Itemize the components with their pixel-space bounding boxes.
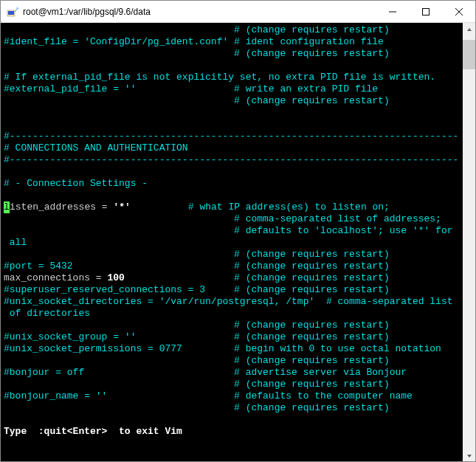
maximize-button[interactable] <box>409 1 442 22</box>
terminal-line <box>4 60 460 72</box>
window-title: root@vm1:/var/lib/pgsql/9.6/data <box>23 7 376 17</box>
terminal-line: # (change requires restart) <box>4 24 460 36</box>
scrollbar-thumb[interactable] <box>463 40 475 69</box>
terminal-line: # (change requires restart) <box>4 379 460 390</box>
terminal-line: # - Connection Settings - <box>4 178 460 190</box>
terminal-line: #unix_socket_permissions = 0777 # begin … <box>4 343 460 355</box>
svg-rect-1 <box>8 11 14 15</box>
terminal-line: all <box>4 237 460 249</box>
terminal-line <box>4 166 460 178</box>
terminal-line: # (change requires restart) <box>4 48 460 60</box>
terminal-line: # CONNECTIONS AND AUTHENTICATION <box>4 142 460 154</box>
window-titlebar: root@vm1:/var/lib/pgsql/9.6/data <box>1 1 475 23</box>
scrollbar-track[interactable] <box>463 35 475 449</box>
minimize-button[interactable] <box>376 1 409 22</box>
scroll-down-button[interactable] <box>463 449 475 462</box>
terminal-line <box>4 107 460 119</box>
terminal-line: #bonjour_name = '' # defaults to the com… <box>4 390 460 402</box>
terminal-line: #external_pid_file = '' # write an extra… <box>4 83 460 95</box>
text-cursor: l <box>4 201 10 213</box>
terminal-line: # (change requires restart) <box>4 249 460 261</box>
terminal-line: #unix_socket_directories = '/var/run/pos… <box>4 296 460 308</box>
terminal-line: #ident_file = 'ConfigDir/pg_ident.conf' … <box>4 36 460 48</box>
terminal-line: # (change requires restart) <box>4 355 460 367</box>
vertical-scrollbar[interactable] <box>463 23 475 462</box>
putty-icon <box>7 6 18 18</box>
terminal-area[interactable]: # (change requires restart)#ident_file =… <box>1 23 475 462</box>
close-button[interactable] <box>442 1 475 22</box>
terminal-line: of directories <box>4 308 460 320</box>
window-controls <box>376 1 475 22</box>
terminal-line: listen_addresses = '*' # what IP address… <box>4 201 460 213</box>
terminal-line: #superuser_reserved_connections = 3 # (c… <box>4 284 460 296</box>
scroll-up-button[interactable] <box>463 23 475 35</box>
terminal-line: # (change requires restart) <box>4 402 460 414</box>
terminal-line <box>4 414 460 426</box>
terminal-content[interactable]: # (change requires restart)#ident_file =… <box>1 23 463 462</box>
terminal-line: # (change requires restart) <box>4 320 460 331</box>
terminal-line: Type :quit<Enter> to exit Vim <box>4 426 460 438</box>
terminal-line: max_connections = 100 # (change requires… <box>4 272 460 284</box>
terminal-line <box>4 119 460 131</box>
terminal-line: #---------------------------------------… <box>4 154 460 166</box>
terminal-line: #bonjour = off # advertise server via Bo… <box>4 367 460 379</box>
terminal-line: #port = 5432 # (change requires restart) <box>4 261 460 272</box>
terminal-line: #---------------------------------------… <box>4 131 460 142</box>
terminal-line: #unix_socket_group = '' # (change requir… <box>4 331 460 343</box>
terminal-line: # If external_pid_file is not explicitly… <box>4 72 460 83</box>
terminal-line <box>4 190 460 201</box>
terminal-line: # comma-separated list of addresses; <box>4 213 460 225</box>
terminal-line: # (change requires restart) <box>4 95 460 107</box>
terminal-line: # defaults to 'localhost'; use '*' for <box>4 225 460 237</box>
svg-rect-3 <box>422 8 429 15</box>
